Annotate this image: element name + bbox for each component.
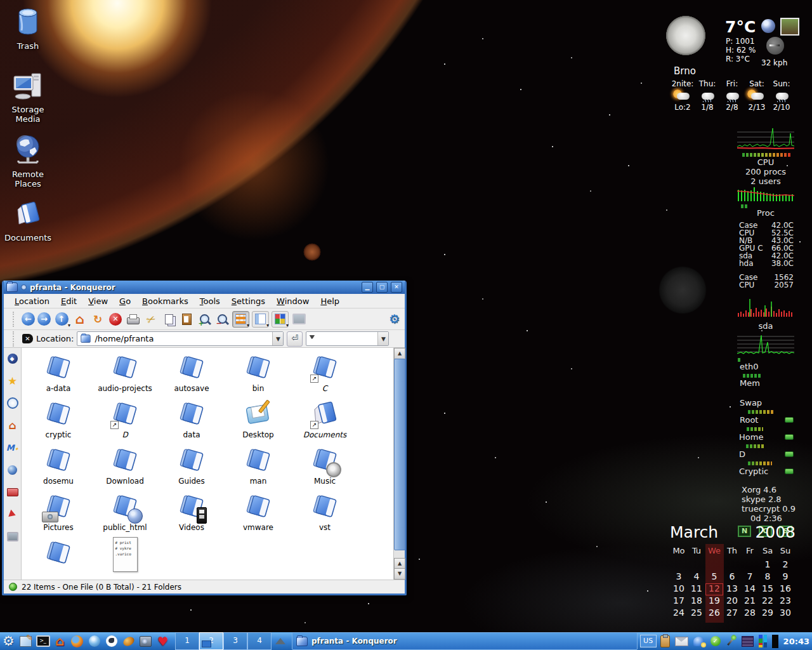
aqua-app-icon[interactable] <box>86 633 103 649</box>
sidebar-konqueror-icon[interactable]: ◆ <box>7 353 18 364</box>
calendar-day[interactable]: 10 <box>670 583 688 595</box>
file-item[interactable]: vmware <box>226 491 290 532</box>
stop-icon[interactable]: ✕ <box>108 312 123 327</box>
cut-icon[interactable]: ✂ <box>143 312 159 327</box>
calendar-day[interactable]: 23 <box>776 595 794 607</box>
folder-icon-view[interactable]: a-dataaudio-projectsautosavebin↗Ccryptic… <box>22 348 393 580</box>
task-button-konqueror[interactable]: pfranta - Konqueror <box>292 632 638 650</box>
calendar-day[interactable]: 26 <box>705 607 723 620</box>
desktop-icon-storage-media[interactable]: Storage Media <box>0 71 56 124</box>
clear-location-icon[interactable]: ✕ <box>22 334 33 343</box>
calendar-day[interactable]: 11 <box>688 583 705 595</box>
screen-icon[interactable] <box>291 312 306 327</box>
toolbar-grip[interactable] <box>13 312 16 327</box>
file-item[interactable]: cryptic <box>27 398 90 439</box>
home-folder-icon[interactable]: ⌂ <box>51 633 69 649</box>
menu-settings[interactable]: Settings <box>226 296 271 306</box>
pager-desktop-2[interactable]: 2 <box>199 632 223 650</box>
calendar-day[interactable] <box>723 559 741 571</box>
desktop-icon-remote-places[interactable]: Remote Places <box>0 135 56 189</box>
icon-view-button[interactable]: ▾ <box>232 311 249 328</box>
forward-icon[interactable]: → <box>37 312 51 326</box>
sidebar-network-icon[interactable] <box>7 464 18 475</box>
multicolumn-view-button[interactable]: ▾ <box>252 311 269 328</box>
menu-go[interactable]: Go <box>114 296 136 306</box>
calendar-day[interactable]: 9 <box>776 571 794 583</box>
up-icon[interactable]: ↑▾ <box>53 312 70 327</box>
file-item[interactable]: dosemu <box>27 444 90 486</box>
file-item[interactable]: Desktop <box>226 398 290 439</box>
file-item[interactable]: Download <box>93 444 157 486</box>
calendar-day[interactable]: 7 <box>741 571 759 583</box>
calendar-day[interactable]: 22 <box>759 595 776 607</box>
print-icon[interactable] <box>126 312 141 327</box>
desktop-access-icon[interactable]: ✎ <box>17 633 34 649</box>
pager-desktop-4[interactable]: 4 <box>247 632 272 650</box>
scroll-up-icon[interactable]: ▲ <box>394 348 405 359</box>
konsole-icon[interactable]: >_ <box>34 633 51 649</box>
calendar-day[interactable]: 29 <box>759 607 776 620</box>
calendar-day[interactable] <box>688 559 705 571</box>
back-icon[interactable]: ← <box>22 312 35 326</box>
home-icon[interactable]: ⌂ <box>72 312 88 327</box>
location-combobox[interactable]: /home/pfranta ▼ <box>77 331 284 346</box>
copy-icon[interactable] <box>161 312 176 327</box>
calendar-day[interactable]: 21 <box>741 595 759 607</box>
sidebar-devices-icon[interactable] <box>7 531 18 542</box>
calendar-day[interactable]: 14 <box>741 583 759 595</box>
menu-window[interactable]: Window <box>271 296 315 306</box>
calendar-day[interactable]: 3 <box>670 571 688 583</box>
taskbar-scroll-arrow-icon[interactable] <box>275 638 285 644</box>
pager-desktop-1[interactable]: 1 <box>175 632 199 650</box>
menu-bookmarks[interactable]: Bookmarks <box>136 296 194 306</box>
vertical-scrollbar[interactable]: ▲ ▲ ▼ <box>393 348 405 580</box>
file-item[interactable]: Pictures <box>27 491 90 532</box>
file-item[interactable]: public_html <box>93 491 157 532</box>
file-item[interactable]: Videos <box>160 491 223 532</box>
bean-app-icon[interactable] <box>120 633 137 649</box>
menu-view[interactable]: View <box>82 296 114 306</box>
calendar-day[interactable]: 5 <box>705 571 723 583</box>
file-item[interactable]: ↗C <box>293 352 357 393</box>
zoom-in-icon[interactable]: + <box>197 312 212 327</box>
calendar-day[interactable]: 13 <box>723 583 741 595</box>
sidebar-root-folder-icon[interactable] <box>7 486 18 498</box>
calendar-day[interactable]: 25 <box>688 607 705 620</box>
calendar-day[interactable]: 27 <box>723 607 741 620</box>
desktop-icon-documents[interactable]: Documents <box>0 198 56 242</box>
screen-tray-icon[interactable] <box>740 633 756 649</box>
filter-combobox[interactable]: ▼ <box>306 331 389 346</box>
monitor-bars-icon[interactable] <box>757 633 769 649</box>
file-item[interactable]: vst <box>293 491 357 532</box>
klipper-icon[interactable] <box>658 633 672 649</box>
sticky-button[interactable] <box>21 284 27 290</box>
filter-dropdown-arrow[interactable]: ▼ <box>377 332 388 345</box>
location-dropdown-arrow[interactable]: ▼ <box>272 332 283 345</box>
calendar-day[interactable]: 18 <box>688 595 705 607</box>
file-item[interactable]: # prist# vykre.varico <box>93 537 157 569</box>
calendar-day[interactable]: 15 <box>759 583 776 595</box>
calendar-day[interactable]: 17 <box>670 595 688 607</box>
calendar-day[interactable] <box>705 559 723 571</box>
detail-view-button[interactable]: ▾ <box>272 311 289 328</box>
thunderbird-icon[interactable] <box>103 633 120 649</box>
zoom-out-icon[interactable]: − <box>214 312 230 327</box>
file-item[interactable]: ↗Documents <box>293 398 357 439</box>
heart-icon[interactable]: ♥ <box>154 633 171 649</box>
calendar-day[interactable]: 24 <box>670 607 688 620</box>
calendar-day[interactable]: 6 <box>723 571 741 583</box>
firefox-icon[interactable] <box>69 633 86 649</box>
sidebar-bookmarks-icon[interactable]: ★ <box>7 375 18 387</box>
calendar-day[interactable] <box>670 559 688 571</box>
globe-icon[interactable] <box>761 19 775 33</box>
file-item[interactable]: man <box>226 444 290 486</box>
menu-edit[interactable]: Edit <box>55 296 82 306</box>
file-item[interactable]: Guides <box>160 444 223 486</box>
calendar-day[interactable]: 12 <box>705 583 723 595</box>
file-item[interactable]: ↗D <box>93 398 157 439</box>
file-item[interactable]: autosave <box>160 352 223 393</box>
skype-tray-icon[interactable]: ✓ <box>709 633 723 649</box>
close-button[interactable]: ✕ <box>391 282 402 293</box>
menu-help[interactable]: Help <box>315 296 345 306</box>
calendar-day[interactable] <box>741 559 759 571</box>
